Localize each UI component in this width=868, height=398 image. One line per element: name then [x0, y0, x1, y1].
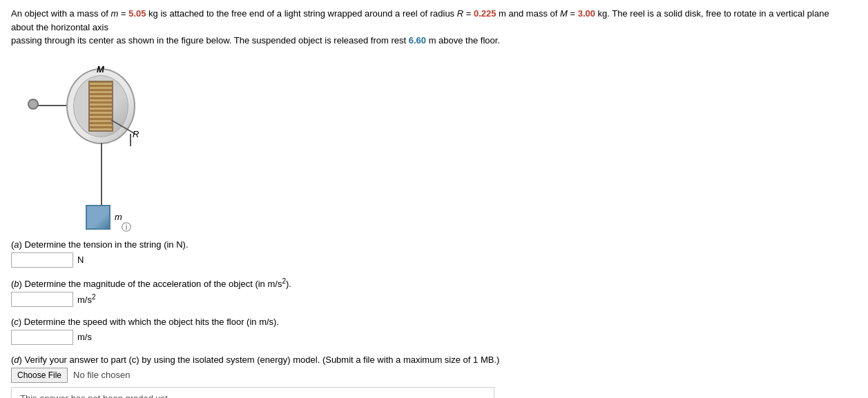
problem-eq2: =	[463, 8, 474, 19]
not-graded-box: This answer has not been graded yet.	[11, 387, 494, 398]
problem-m-label: m	[111, 8, 119, 19]
part-b-input-row: m/s2	[11, 292, 857, 307]
part-c-unit: m/s	[77, 332, 92, 342]
part-b-superscript: 2	[282, 277, 286, 285]
part-a: (a) Determine the tension in the string …	[11, 239, 857, 268]
label-m: m	[115, 212, 122, 222]
problem-eq3: =	[568, 8, 578, 19]
problem-m-value: 5.05	[128, 8, 146, 19]
file-upload-row: Choose File No file chosen	[11, 368, 857, 383]
part-b-unit: m/s2	[77, 293, 96, 305]
part-b-label: (b) Determine the magnitude of the accel…	[11, 277, 857, 289]
part-d-question: Verify your answer to part (c) by using …	[25, 355, 500, 365]
axis-bolt	[28, 99, 39, 110]
problem-text1: kg is attached to the free end of a ligh…	[146, 8, 457, 19]
part-a-input[interactable]	[11, 252, 73, 268]
label-R: R	[133, 129, 139, 139]
problem-text4: passing through its center as shown in t…	[11, 35, 409, 46]
part-b: (b) Determine the magnitude of the accel…	[11, 277, 857, 307]
no-file-text: No file chosen	[73, 370, 130, 380]
r-arrow-vertical	[130, 134, 131, 146]
part-a-question: Determine the tension in the string (in …	[25, 239, 189, 250]
figure-area: M R m ⓘ	[11, 54, 857, 234]
problem-eq1: =	[118, 8, 128, 19]
problem-text2: m and mass of	[496, 8, 560, 19]
part-c-question: Determine the speed with which the objec…	[24, 317, 279, 327]
problem-M-value: 3.00	[578, 8, 595, 19]
part-c-label: (c) Determine the speed with which the o…	[11, 317, 857, 327]
part-d-letter: d	[14, 355, 19, 365]
problem-text5: m above the floor.	[426, 35, 500, 46]
problem-text-before: An object with a mass of	[11, 8, 111, 19]
part-a-letter: a	[14, 239, 19, 250]
reel-wound-string	[88, 81, 113, 132]
problem-R-value: 0.225	[474, 8, 496, 19]
label-M: M	[97, 64, 104, 74]
part-c-letter: c	[14, 317, 19, 327]
part-d: (d) Verify your answer to part (c) by us…	[11, 355, 857, 398]
info-icon[interactable]: ⓘ	[122, 221, 131, 234]
choose-file-button[interactable]: Choose File	[11, 368, 68, 383]
part-b-input[interactable]	[11, 292, 73, 307]
mass-block	[86, 205, 110, 230]
string-line	[101, 143, 102, 205]
part-a-unit: N	[77, 255, 84, 265]
part-a-label: (a) Determine the tension in the string …	[11, 239, 857, 250]
part-c: (c) Determine the speed with which the o…	[11, 317, 857, 345]
part-b-unit-sup: 2	[92, 293, 96, 301]
figure-container: M R m ⓘ	[11, 54, 177, 234]
part-d-label: (d) Verify your answer to part (c) by us…	[11, 355, 857, 365]
not-graded-text: This answer has not been graded yet.	[20, 393, 171, 398]
part-c-input[interactable]	[11, 330, 73, 345]
part-a-input-row: N	[11, 252, 857, 268]
problem-M-label: M	[560, 8, 568, 19]
part-c-input-row: m/s	[11, 330, 857, 345]
problem-R-label: R	[457, 8, 463, 19]
part-b-letter: b	[14, 279, 19, 289]
part-b-question: Determine the magnitude of the accelerat…	[25, 279, 282, 289]
problem-statement: An object with a mass of m = 5.05 kg is …	[11, 7, 853, 48]
problem-h-value: 6.60	[409, 35, 426, 46]
